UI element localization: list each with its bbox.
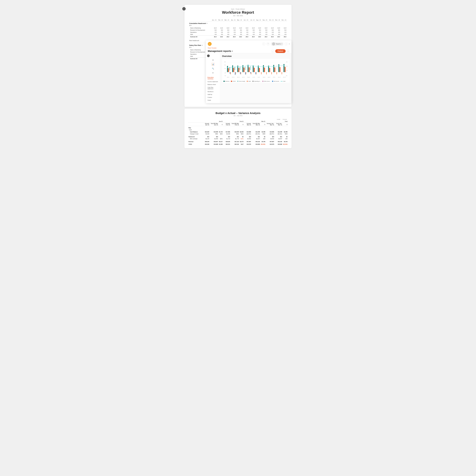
sidebar-item-staff-list[interactable]: Staff list xyxy=(206,93,220,96)
svg-rect-56 xyxy=(235,72,236,75)
table-row: Operations 2.02.02.0 2.02.02.0 2.02.02.0… xyxy=(189,31,287,33)
mgmt-main-content: Overview 60k 36k 18k -13k -20k 60k 40k xyxy=(220,53,291,103)
svg-text:-20k: -20k xyxy=(286,75,287,76)
sidebar-item-executive-summary[interactable]: Executivesummary xyxy=(206,76,220,80)
search-icon[interactable]: 🔍 xyxy=(211,67,215,70)
revenue-budget-label: Revenue xyxy=(188,140,202,143)
col-header-jan21: Jan-21 xyxy=(202,120,223,122)
budget-table: Jan-21 Feb-21 Mar-21 Total Actuals Jan–2… xyxy=(188,120,288,145)
col-header-feb21: Feb-21 xyxy=(223,120,244,122)
svg-rect-54 xyxy=(282,72,282,74)
svg-rect-36 xyxy=(274,67,275,72)
col-header-plan xyxy=(188,120,202,122)
cash-line-color xyxy=(281,81,283,81)
settings-icon[interactable]: ⚙ xyxy=(211,71,215,74)
col-header-mar21: Mar-21 xyxy=(244,120,266,122)
sidebar-item-goals[interactable]: Goals xyxy=(206,99,220,102)
legend-revenue: Revenue xyxy=(223,81,229,82)
svg-rect-20 xyxy=(253,65,254,72)
month-nov21: Nov – 21 xyxy=(274,19,280,21)
notification-icon[interactable]: ○ xyxy=(262,42,265,46)
month-dec21: Dec – 21 xyxy=(280,19,287,21)
svg-rect-29 xyxy=(238,68,239,72)
month-mar21: Mar – 21 xyxy=(223,19,230,21)
dept-rd: Research & Development xyxy=(189,29,211,31)
svg-point-68 xyxy=(263,67,264,67)
management-reports-card: jirav ○ ? TowerCo ▾ ○ ▾ xyxy=(206,40,291,103)
svg-rect-37 xyxy=(280,67,280,72)
svg-text:36k: 36k xyxy=(224,65,226,66)
svg-point-62 xyxy=(232,67,233,68)
sidebar-item-workforce[interactable]: Workforce xyxy=(206,90,220,93)
sub-col-delta-total: △ xyxy=(283,122,288,126)
svg-rect-28 xyxy=(233,68,234,72)
svg-text:Oct-20: Oct-20 xyxy=(273,77,275,78)
help-icon[interactable]: ? xyxy=(267,42,270,46)
change-in-cash-label: Change in Cash xyxy=(188,133,202,135)
budget-period: Jan – July 2021 xyxy=(188,115,288,116)
dept-sales: Sales & Marketing xyxy=(189,27,211,29)
cash-balance-row: Cash Balance $15,820$14,096$1,724 $17,85… xyxy=(188,131,288,133)
legend-cogs: COGS xyxy=(231,81,236,82)
month-jun21: Jun – 21 xyxy=(242,19,249,21)
sidebar-item-income-statement[interactable]: Income statement xyxy=(206,80,220,83)
actuals-label: Actuals xyxy=(277,119,280,120)
sidebar-item-balance-sheet[interactable]: Balance sheet xyxy=(206,83,220,86)
chart-icon[interactable]: 📊 xyxy=(211,63,215,66)
publish-button[interactable]: Publish xyxy=(275,49,286,53)
sub-col-actuals-feb: Actuals Feb–21 xyxy=(223,122,231,126)
legend-other-income: Other incom... xyxy=(262,81,271,82)
sub-col-srsa-mar: SrsA BE-Mar Mar–21 xyxy=(252,122,260,126)
sub-col-srsa-jan: SrsA BE-Mar Jan–21 xyxy=(210,122,219,126)
svg-point-66 xyxy=(253,66,254,66)
sidebar-icons: ⊞ 📊 🔍 ⚙ xyxy=(206,58,220,74)
svg-text:40k: 40k xyxy=(286,66,288,67)
svg-text:Dec-20: Dec-20 xyxy=(283,77,286,78)
svg-rect-42 xyxy=(245,67,246,70)
dept-ga: G&A xyxy=(189,33,211,35)
net-income-color xyxy=(272,81,273,82)
layout-icon[interactable]: □ xyxy=(287,50,290,53)
svg-rect-27 xyxy=(228,68,229,72)
mgmt-title-row: Management reports ▾ – Publish □ xyxy=(208,49,290,53)
col-header-total: Total xyxy=(266,120,288,122)
svg-point-67 xyxy=(258,66,259,67)
gross-margin-color xyxy=(237,81,238,82)
expand-icon[interactable]: ▾ xyxy=(289,43,290,45)
minus-icon[interactable]: – xyxy=(271,50,274,53)
cumulative-headcount-header[interactable]: Cumulative Headcount ▾ xyxy=(189,22,287,24)
svg-point-63 xyxy=(238,67,238,67)
salary-filter-label: All xyxy=(189,47,191,48)
back-button[interactable]: ‹ xyxy=(182,7,186,11)
mgmt-header-top: jirav ○ ? TowerCo ▾ ○ ▾ xyxy=(208,42,290,46)
legend-operating-income: Operating in... xyxy=(252,81,261,82)
svg-point-72 xyxy=(284,65,284,66)
table-icon[interactable]: ⊞ xyxy=(211,58,215,62)
sub-col-srsa-feb: SrsA BE-Mar Feb–21 xyxy=(231,122,239,126)
svg-rect-38 xyxy=(285,67,286,72)
chart-svg: 60k 36k 18k -13k -20k 60k 40k 20k 0 -20k xyxy=(223,60,288,79)
cogs-budget-row: COGS $16,948$15,888$1,060 $20,331$20,184… xyxy=(188,143,288,145)
svg-point-70 xyxy=(273,66,274,67)
month-apr21: Apr – 21 xyxy=(230,19,236,21)
more-options-icon[interactable]: ○ xyxy=(285,42,288,46)
svg-text:Nov-20: Nov-20 xyxy=(278,77,280,78)
company-selector[interactable]: TowerCo ▾ xyxy=(271,42,284,46)
sidebar-item-custom[interactable]: Custom xyxy=(206,96,220,99)
svg-text:18k: 18k xyxy=(224,68,226,69)
jirav-logo: jirav xyxy=(208,42,212,46)
cash-balance-label: Cash Balance xyxy=(188,131,202,133)
svg-rect-41 xyxy=(239,67,240,70)
sub-col-delta-feb: △ xyxy=(239,122,244,126)
table-row: Sales & Marketing 11.011.011.0 11.011.01… xyxy=(189,27,287,29)
svg-rect-31 xyxy=(249,67,250,72)
sidebar-item-cash-flow[interactable]: Cash flow statement xyxy=(206,86,220,90)
legend-net-income: Net income xyxy=(272,81,279,82)
month-jul21: Jul – 21 xyxy=(249,19,255,21)
plan-label: Plan xyxy=(188,126,202,129)
svg-text:Jan-20: Jan-20 xyxy=(227,77,229,78)
svg-text:60k: 60k xyxy=(224,62,226,62)
other-income-color xyxy=(262,81,263,82)
svg-text:Feb-20: Feb-20 xyxy=(232,77,235,78)
sidebar-back-button[interactable]: ‹ xyxy=(207,54,210,57)
